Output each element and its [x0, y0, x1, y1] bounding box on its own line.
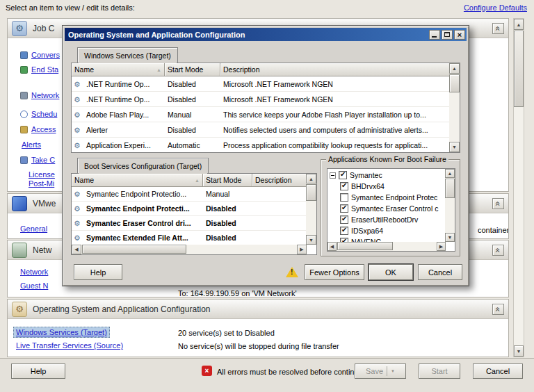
help-button[interactable]: Help — [11, 364, 65, 379]
sidebar-item-license[interactable]: License — [29, 170, 55, 179]
guest-nic-item[interactable]: Guest N — [20, 281, 48, 290]
checkbox[interactable] — [340, 227, 348, 235]
general-link[interactable]: General — [20, 224, 47, 233]
guest-nic-link[interactable]: Guest N — [20, 281, 48, 290]
tree-item[interactable]: EraserUtilRebootDrv — [339, 214, 445, 225]
tree-item[interactable]: Symantec Endpoint Protec — [339, 192, 445, 203]
sidebar-link[interactable]: Take C — [31, 156, 55, 164]
boot-table-vscrollbar[interactable]: ▲ ▼ — [306, 174, 316, 245]
tree-item[interactable]: BHDrvx64 — [339, 181, 445, 192]
save-button: Save ▼ — [355, 364, 406, 379]
checkbox[interactable] — [340, 193, 348, 202]
table-row[interactable]: ⚙ .NET Runtime Op... Disabled Microsoft … — [72, 76, 449, 92]
column-header-name[interactable]: Name ▲ — [72, 174, 203, 187]
collapse-job-section-button[interactable]: « — [492, 23, 504, 34]
sidebar-link[interactable]: Schedu — [31, 110, 57, 118]
sidebar-link[interactable]: Alerts — [22, 140, 41, 149]
scroll-up-button[interactable]: ▲ — [449, 63, 460, 74]
column-header-description[interactable]: Description — [252, 174, 307, 187]
windows-services-item[interactable]: Windows Services (Target) — [13, 327, 110, 338]
network-link[interactable]: Network — [20, 268, 48, 276]
scrollbar-thumb[interactable] — [449, 74, 460, 92]
table-row[interactable]: ⚙ Symantec Endpoint Protectio... Manual — [72, 187, 307, 202]
tree-item[interactable]: NAVENG — [339, 236, 445, 242]
sidebar-item-access[interactable]: Access — [20, 125, 56, 133]
scrollbar-thumb[interactable] — [82, 245, 186, 254]
sidebar-item-conversion[interactable]: Convers — [20, 51, 60, 59]
checkbox[interactable] — [340, 182, 348, 190]
scrollbar-thumb[interactable] — [337, 242, 393, 250]
scroll-up-button[interactable]: ▲ — [445, 169, 455, 178]
table-row[interactable]: ⚙ Symantec Eraser Control dri... Disable… — [72, 216, 307, 231]
minimize-button[interactable] — [429, 30, 440, 40]
table-row[interactable]: ⚙ Application Experi... Automatic Proces… — [72, 138, 449, 153]
scroll-down-button[interactable]: ▼ — [449, 142, 460, 152]
cancel-button[interactable]: Cancel — [473, 364, 523, 379]
table-row[interactable]: ⚙ Symantec Extended File Att... Disabled — [72, 231, 307, 245]
scroll-left-button[interactable]: ◀ — [72, 245, 81, 254]
sidebar-item-schedule[interactable]: Schedu — [20, 110, 57, 118]
scrollbar-thumb[interactable] — [306, 184, 316, 201]
sidebar-link[interactable]: Access — [31, 125, 56, 133]
column-header-start-mode[interactable]: Start Mode — [165, 63, 220, 76]
checkbox[interactable] — [340, 204, 348, 213]
table-row[interactable]: ⚙ .NET Runtime Op... Disabled Microsoft … — [72, 92, 449, 107]
dialog-help-button[interactable]: Help — [74, 264, 122, 280]
sidebar-item-alerts[interactable]: Alerts — [22, 140, 41, 149]
column-header-description[interactable]: Description — [220, 63, 450, 76]
vmware-general-item[interactable]: General — [20, 224, 47, 233]
close-icon[interactable]: × — [454, 30, 465, 40]
scroll-right-button[interactable]: ▶ — [437, 242, 446, 251]
configure-defaults-link[interactable]: Configure Defaults — [464, 3, 527, 12]
tree-item[interactable]: IDSxpa64 — [339, 225, 445, 236]
checkbox[interactable] — [340, 215, 348, 224]
ok-button[interactable]: OK — [369, 264, 413, 280]
dialog-title: Operating System and Application Configu… — [68, 31, 428, 39]
table-row[interactable]: ⚙ Symantec Endpoint Protecti... Disabled — [72, 202, 307, 216]
sidebar-item-network[interactable]: Network — [20, 91, 59, 99]
column-header-name[interactable]: Name ▲ — [72, 63, 165, 76]
sidebar-link[interactable]: Network — [31, 91, 59, 99]
services-table-scrollbar[interactable]: ▲ ▼ — [449, 63, 460, 152]
sidebar-link[interactable]: Post-Mi — [29, 179, 54, 188]
live-transfer-link[interactable]: Live Transfer Services (Source) — [16, 341, 123, 350]
windows-services-link[interactable]: Windows Services (Target) — [16, 328, 107, 336]
scroll-down-button[interactable]: ▼ — [306, 235, 316, 245]
tab-windows-services[interactable]: Windows Services (Target) — [77, 47, 178, 63]
maximize-button[interactable] — [442, 30, 453, 40]
scroll-up-button[interactable]: ▲ — [306, 174, 316, 183]
scroll-left-button[interactable]: ◀ — [327, 242, 337, 251]
network-config-item[interactable]: Network — [20, 268, 48, 276]
sidebar-item-take-control[interactable]: Take C — [20, 156, 55, 164]
collapse-os-section-button[interactable]: « — [492, 304, 504, 315]
sidebar-link[interactable]: Convers — [31, 51, 60, 59]
table-row[interactable]: ⚙ Adobe Flash Play... Manual This servic… — [72, 107, 449, 122]
boot-table-hscrollbar[interactable]: ◀ ▶ — [72, 245, 307, 254]
collapse-network-section-button[interactable]: « — [492, 245, 504, 256]
dialog-titlebar[interactable]: Operating System and Application Configu… — [65, 28, 467, 41]
main-scrollbar[interactable]: ▲ ▼ — [513, 18, 524, 357]
tree-item-symantec[interactable]: Symantec — [328, 170, 445, 181]
tab-boot-services[interactable]: Boot Services Configuration (Target) — [77, 158, 209, 173]
scrollbar-thumb[interactable] — [445, 179, 455, 198]
column-header-start-mode[interactable]: Start Mode — [203, 174, 252, 187]
tree-vscrollbar[interactable]: ▲ ▼ — [445, 169, 455, 242]
sidebar-item-post-migration[interactable]: Post-Mi — [29, 179, 54, 188]
tree-item[interactable]: Symantec Eraser Control c — [339, 203, 445, 214]
fewer-options-button[interactable]: Fewer Options — [305, 264, 364, 280]
collapse-vmware-section-button[interactable]: « — [492, 198, 504, 209]
sidebar-link[interactable]: End Sta — [31, 65, 58, 74]
scroll-down-button[interactable]: ▼ — [445, 233, 455, 242]
scroll-up-button[interactable]: ▲ — [514, 19, 524, 30]
live-transfer-item[interactable]: Live Transfer Services (Source) — [16, 341, 123, 350]
sidebar-item-end-states[interactable]: End Sta — [20, 65, 58, 74]
scroll-right-button[interactable]: ▶ — [297, 245, 307, 254]
tree-hscrollbar[interactable]: ◀ ▶ — [327, 242, 446, 251]
scroll-down-button[interactable]: ▼ — [514, 345, 524, 357]
scrollbar-thumb[interactable] — [514, 31, 524, 107]
tree-collapse-icon[interactable] — [330, 172, 336, 179]
sidebar-link[interactable]: License — [29, 170, 55, 179]
dialog-cancel-button[interactable]: Cancel — [418, 264, 462, 280]
checkbox[interactable] — [339, 171, 347, 179]
table-row[interactable]: ⚙ Alerter Disabled Notifies selected use… — [72, 122, 449, 138]
